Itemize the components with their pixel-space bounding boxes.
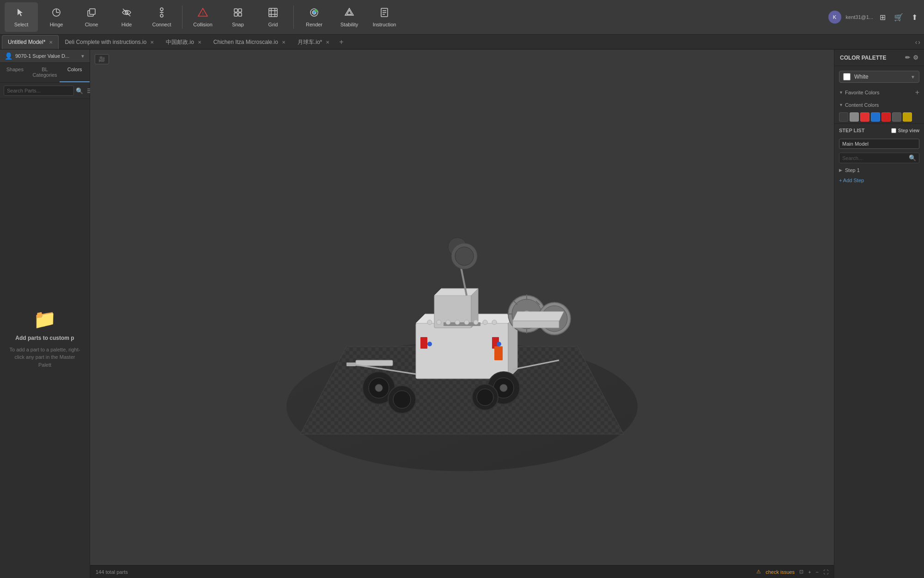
model-selector[interactable]: 👤 9070-1 Super Value D... ▼ bbox=[0, 49, 90, 63]
tab-china-post[interactable]: 中国邮政.io ✕ bbox=[160, 35, 207, 49]
color-red-2[interactable] bbox=[881, 112, 891, 122]
tab-chichen[interactable]: Chichen Itza Microscale.io ✕ bbox=[207, 35, 292, 49]
left-nav: Shapes BL Categories Colors bbox=[0, 63, 90, 83]
color-yellow[interactable] bbox=[903, 112, 912, 122]
color-blue[interactable] bbox=[871, 112, 880, 122]
svg-point-85 bbox=[455, 320, 460, 325]
hide-label: Hide bbox=[122, 22, 132, 27]
tab-moon-car-close[interactable]: ✕ bbox=[326, 40, 329, 45]
svg-point-71 bbox=[477, 389, 493, 406]
tab-deli[interactable]: Deli Complete with instructions.io ✕ bbox=[59, 35, 160, 49]
grid-view-btn[interactable]: ⊞ bbox=[878, 11, 888, 24]
hinge-tool[interactable]: Hinge bbox=[40, 2, 73, 32]
svg-point-89 bbox=[492, 320, 497, 325]
step-search-button[interactable]: 🔍 bbox=[909, 154, 916, 161]
tab-untitled[interactable]: Untitled Model* ✕ bbox=[2, 35, 59, 49]
content-colors-grid bbox=[834, 111, 924, 123]
nav-bl-categories[interactable]: BL Categories bbox=[30, 63, 60, 82]
edit-icon[interactable]: ✏ bbox=[905, 54, 910, 61]
tab-nav-next[interactable]: › bbox=[918, 38, 920, 46]
svg-point-87 bbox=[474, 320, 478, 325]
tab-chichen-close[interactable]: ✕ bbox=[282, 40, 286, 45]
grid-icon bbox=[267, 7, 279, 20]
clone-label: Clone bbox=[85, 22, 98, 27]
camera-btn[interactable]: 🎥 bbox=[95, 54, 109, 64]
color-dark-gray-2[interactable] bbox=[892, 112, 901, 122]
color-selector[interactable]: White ▼ bbox=[839, 71, 919, 83]
svg-point-82 bbox=[427, 320, 432, 325]
zoom-in-btn[interactable]: + bbox=[808, 569, 811, 575]
color-dark-gray[interactable] bbox=[839, 112, 848, 122]
svg-rect-78 bbox=[513, 321, 559, 328]
add-step-btn[interactable]: + Add Step bbox=[834, 175, 924, 185]
hide-icon bbox=[121, 7, 132, 20]
tab-add-btn[interactable]: + bbox=[335, 38, 347, 46]
viewport-toolbar: 🎥 bbox=[95, 54, 109, 64]
svg-rect-76 bbox=[346, 363, 356, 366]
zoom-fit-btn[interactable]: ⊡ bbox=[799, 569, 803, 575]
tab-china-post-close[interactable]: ✕ bbox=[198, 40, 201, 45]
hide-tool[interactable]: Hide bbox=[110, 2, 143, 32]
tab-untitled-close[interactable]: ✕ bbox=[49, 40, 53, 45]
tab-nav-prev[interactable]: ‹ bbox=[915, 38, 918, 46]
upload-btn[interactable]: ⬆ bbox=[910, 11, 919, 24]
connect-tool[interactable]: Connect bbox=[145, 2, 178, 32]
tab-deli-close[interactable]: ✕ bbox=[150, 40, 154, 45]
tab-nav[interactable]: ‹ › bbox=[913, 38, 922, 46]
hinge-icon bbox=[51, 7, 62, 20]
svg-point-8 bbox=[160, 14, 163, 17]
cart-btn[interactable]: 🛒 bbox=[892, 11, 905, 24]
collision-tool[interactable]: ! Collision bbox=[186, 2, 219, 32]
collision-icon: ! bbox=[197, 7, 208, 20]
color-gray[interactable] bbox=[850, 112, 859, 122]
color-red-1[interactable] bbox=[860, 112, 869, 122]
svg-rect-14 bbox=[238, 9, 242, 12]
model-selector-arrow: ▼ bbox=[80, 54, 85, 59]
settings-icon[interactable]: ⚙ bbox=[913, 54, 918, 61]
svg-point-73 bbox=[427, 342, 432, 346]
render-tool[interactable]: Render bbox=[298, 2, 331, 32]
user-avatar[interactable]: K bbox=[828, 11, 841, 24]
content-toggle: ▼ bbox=[839, 103, 843, 107]
viewport[interactable]: 🎥 bbox=[90, 49, 834, 578]
left-panel: 👤 9070-1 Super Value D... ▼ Shapes BL Ca… bbox=[0, 49, 90, 578]
step-1-item[interactable]: ▶ Step 1 bbox=[834, 165, 924, 175]
search-bar: 🔍 ☰ ⊞ bbox=[0, 83, 90, 99]
nav-shapes[interactable]: Shapes bbox=[0, 63, 30, 82]
step-search-input[interactable] bbox=[842, 155, 907, 161]
clone-tool[interactable]: Clone bbox=[75, 2, 108, 32]
fullscreen-btn[interactable]: ⛶ bbox=[823, 569, 828, 575]
panel-header-icons: ✏ ⚙ bbox=[905, 54, 918, 61]
check-issues[interactable]: check issues bbox=[766, 569, 795, 575]
step-view-toggle: Step view bbox=[891, 128, 919, 133]
svg-point-61 bbox=[455, 247, 474, 265]
selected-color-swatch bbox=[843, 73, 851, 80]
selected-color-name: White bbox=[854, 74, 907, 80]
search-input[interactable] bbox=[4, 86, 74, 96]
hinge-label: Hinge bbox=[50, 22, 63, 27]
search-button[interactable]: 🔍 bbox=[76, 87, 83, 94]
step-1-label: Step 1 bbox=[845, 167, 860, 173]
select-tool[interactable]: Select bbox=[5, 2, 38, 32]
color-palette-header: COLOR PALETTE ✏ ⚙ bbox=[834, 49, 924, 66]
svg-rect-15 bbox=[234, 13, 237, 16]
svg-point-67 bbox=[500, 384, 507, 392]
tab-moon-car[interactable]: 月球车.io* ✕ bbox=[292, 35, 335, 49]
model-select[interactable]: Main Model bbox=[839, 139, 919, 149]
favorite-colors-section[interactable]: ▼ Favorite Colors + bbox=[834, 86, 924, 99]
nav-colors[interactable]: Colors bbox=[60, 63, 90, 82]
grid-label: Grid bbox=[268, 22, 278, 27]
zoom-out-btn[interactable]: − bbox=[816, 569, 819, 575]
add-favorite-btn[interactable]: + bbox=[915, 88, 919, 97]
grid-tool[interactable]: Grid bbox=[256, 2, 290, 32]
content-colors-section[interactable]: ▼ Content Colors bbox=[834, 99, 924, 111]
stability-tool[interactable]: Stability bbox=[333, 2, 366, 32]
model-selector-icon: 👤 bbox=[5, 52, 12, 60]
snap-tool[interactable]: Snap bbox=[221, 2, 255, 32]
svg-point-83 bbox=[437, 320, 441, 325]
status-bar: 144 total parts ⚠ check issues ⊡ + − ⛶ bbox=[90, 565, 834, 578]
instruction-tool[interactable]: Instruction bbox=[368, 2, 401, 32]
snap-label: Snap bbox=[232, 22, 244, 27]
step-view-checkbox[interactable] bbox=[891, 128, 896, 133]
toolbar-right: K kent31@1... ⊞ 🛒 ⬆ bbox=[828, 11, 919, 24]
